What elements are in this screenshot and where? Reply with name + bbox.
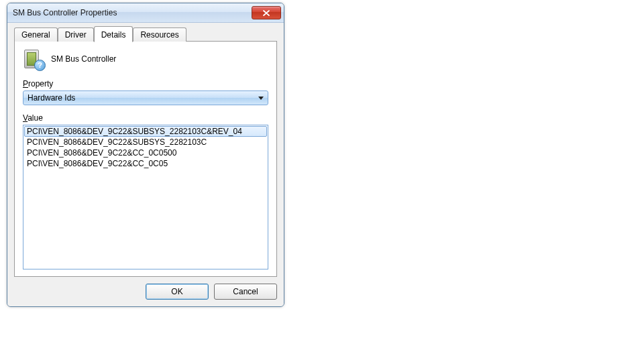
ok-button[interactable]: OK — [146, 284, 209, 300]
list-item[interactable]: PCI\VEN_8086&DEV_9C22&SUBSYS_2282103C&RE… — [24, 126, 267, 137]
properties-dialog: SM Bus Controller Properties General Dri… — [7, 3, 284, 307]
chevron-down-icon — [258, 97, 264, 100]
titlebar[interactable]: SM Bus Controller Properties — [7, 3, 284, 23]
device-header: ? SM Bus Controller — [23, 48, 268, 70]
device-name: SM Bus Controller — [51, 54, 116, 64]
dialog-body: General Driver Details Resources ? SM Bu… — [7, 23, 284, 306]
property-dropdown[interactable]: Hardware Ids — [23, 90, 268, 105]
close-icon — [263, 10, 270, 16]
property-label: Property — [23, 79, 268, 88]
tab-page-details: ? SM Bus Controller Property Hardware Id… — [14, 41, 277, 277]
list-item[interactable]: PCI\VEN_8086&DEV_9C22&CC_0C05 — [24, 158, 267, 169]
tab-resources[interactable]: Resources — [133, 27, 186, 42]
device-icon: ? — [23, 48, 44, 70]
dialog-buttons: OK Cancel — [14, 284, 277, 300]
value-listbox[interactable]: PCI\VEN_8086&DEV_9C22&SUBSYS_2282103C&RE… — [23, 125, 268, 269]
question-badge-icon: ? — [34, 60, 46, 71]
list-item[interactable]: PCI\VEN_8086&DEV_9C22&CC_0C0500 — [24, 147, 267, 158]
tab-general[interactable]: General — [14, 27, 58, 42]
value-label: Value — [23, 113, 268, 123]
window-title: SM Bus Controller Properties — [13, 8, 252, 17]
list-item[interactable]: PCI\VEN_8086&DEV_9C22&SUBSYS_2282103C — [24, 137, 267, 147]
close-button[interactable] — [252, 6, 281, 19]
property-dropdown-value: Hardware Ids — [28, 93, 75, 103]
tab-driver[interactable]: Driver — [58, 27, 94, 42]
tab-details[interactable]: Details — [94, 26, 133, 42]
cancel-button[interactable]: Cancel — [214, 284, 277, 300]
tab-strip: General Driver Details Resources — [14, 27, 277, 42]
